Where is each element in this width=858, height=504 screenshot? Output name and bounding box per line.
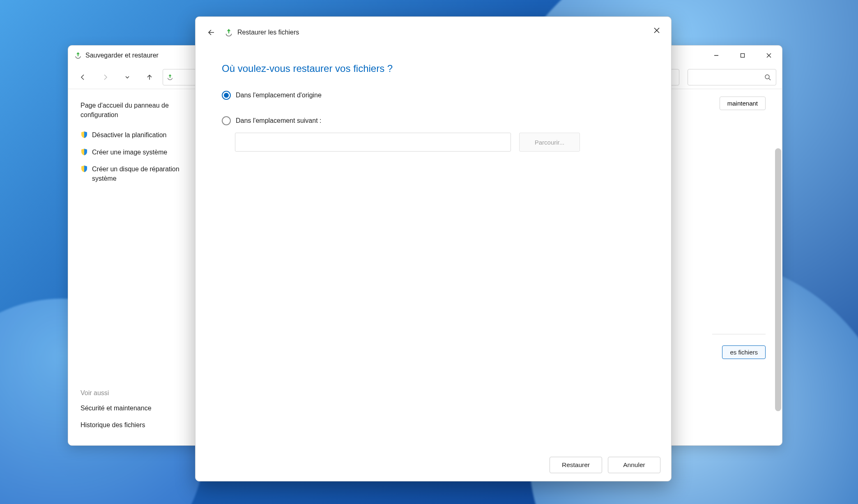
radio-icon <box>222 116 231 125</box>
shield-icon <box>81 148 88 156</box>
sidebar-item-create-repair-disk[interactable]: Créer un disque de réparation système <box>92 164 191 183</box>
restore-button[interactable]: Restaurer <box>550 457 602 473</box>
dialog-footer: Restaurer Annuler <box>196 449 671 481</box>
see-also-file-history[interactable]: Historique des fichiers <box>81 420 191 430</box>
radio-custom-location[interactable]: Dans l'emplacement suivant : <box>222 116 645 125</box>
dialog-back-button[interactable] <box>205 25 219 39</box>
shield-icon <box>81 131 88 138</box>
dialog-heading: Où voulez-vous restaurer vos fichiers ? <box>222 63 645 74</box>
close-button[interactable] <box>756 46 782 65</box>
radio-icon <box>222 91 231 100</box>
backup-app-icon <box>166 74 174 81</box>
dialog-title: Restaurer les fichiers <box>237 29 299 36</box>
radio-label: Dans l'emplacement suivant : <box>236 117 321 124</box>
radio-label: Dans l'emplacement d'origine <box>236 92 322 99</box>
restore-app-icon <box>224 28 233 37</box>
svg-rect-1 <box>741 54 745 58</box>
maximize-button[interactable] <box>729 46 756 65</box>
sidebar: Page d'accueil du panneau de configurati… <box>68 89 200 445</box>
sidebar-item-disable-schedule[interactable]: Désactiver la planification <box>92 130 166 140</box>
custom-path-input[interactable] <box>235 133 511 152</box>
sidebar-home-link[interactable]: Page d'accueil du panneau de configurati… <box>81 101 191 120</box>
divider <box>712 334 766 334</box>
see-also-heading: Voir aussi <box>81 389 191 397</box>
backup-now-button[interactable]: maintenant <box>720 97 766 110</box>
nav-forward-button[interactable] <box>96 68 114 86</box>
nav-recent-dropdown[interactable] <box>118 68 136 86</box>
scrollbar-vertical[interactable] <box>775 148 781 411</box>
nav-back-button[interactable] <box>74 68 92 86</box>
dialog-header: Restaurer les fichiers <box>196 17 671 48</box>
backup-app-icon <box>74 51 82 60</box>
search-icon <box>764 74 771 81</box>
restore-files-button[interactable]: es fichiers <box>722 345 766 359</box>
svg-line-5 <box>769 78 771 80</box>
svg-point-4 <box>765 75 769 79</box>
see-also-security[interactable]: Sécurité et maintenance <box>81 403 191 413</box>
browse-button[interactable]: Parcourir... <box>519 133 580 152</box>
window-title: Sauvegarder et restaurer <box>85 52 159 59</box>
search-box[interactable] <box>688 69 776 85</box>
restore-dialog: Restaurer les fichiers Où voulez-vous re… <box>195 16 672 481</box>
dialog-body: Où voulez-vous restaurer vos fichiers ? … <box>196 48 671 449</box>
minimize-button[interactable] <box>703 46 729 65</box>
dialog-close-button[interactable] <box>650 23 664 37</box>
nav-up-button[interactable] <box>140 68 159 86</box>
shield-icon <box>81 165 88 173</box>
radio-original-location[interactable]: Dans l'emplacement d'origine <box>222 91 645 100</box>
cancel-button[interactable]: Annuler <box>608 457 660 473</box>
sidebar-item-create-image[interactable]: Créer une image système <box>92 147 167 157</box>
